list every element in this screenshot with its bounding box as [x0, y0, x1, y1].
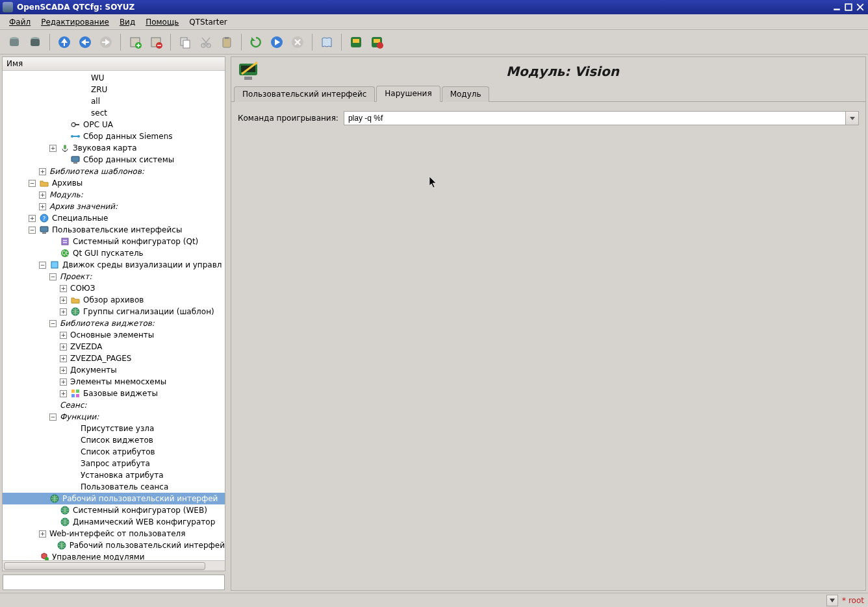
tree-item[interactable]: OPC UA: [3, 119, 225, 130]
cut-icon[interactable]: [196, 32, 216, 52]
nav-back-icon[interactable]: [75, 32, 95, 52]
tree-item[interactable]: +ZVEZDA_PAGES: [3, 353, 225, 364]
expand-icon[interactable]: +: [60, 308, 67, 316]
tree-item[interactable]: −Движок среды визуализации и управл: [3, 259, 225, 271]
tree-item[interactable]: +Обзор архивов: [3, 294, 225, 306]
collapse-icon[interactable]: −: [49, 273, 57, 280]
tree-item[interactable]: Список виджетов: [3, 434, 225, 446]
tree-item[interactable]: Присутствие узла: [3, 423, 225, 434]
tree-item[interactable]: +Группы сигнализации (шаблон): [3, 306, 225, 317]
tree-item[interactable]: Системный конфигуратор (WEB): [3, 504, 225, 516]
tree-item[interactable]: +ZVEZDA: [3, 341, 225, 353]
tree-item[interactable]: −Архивы: [3, 177, 225, 189]
status-dropdown[interactable]: [826, 595, 838, 606]
expand-icon[interactable]: +: [49, 145, 57, 152]
tree-item[interactable]: Пользователь сеанса: [3, 481, 225, 493]
tree-item[interactable]: −Проект:: [3, 271, 225, 282]
menu-edit[interactable]: Редактирование: [36, 16, 114, 29]
menu-help[interactable]: Помощь: [140, 16, 184, 29]
tree-item[interactable]: +СОЮЗ: [3, 282, 225, 294]
expand-icon[interactable]: +: [60, 332, 67, 339]
tree-item[interactable]: −Пользовательские интерфейсы: [3, 224, 225, 236]
expand-icon[interactable]: +: [39, 168, 46, 175]
expand-icon[interactable]: +: [29, 215, 36, 222]
tree-item[interactable]: +Документы: [3, 364, 225, 376]
tree-item[interactable]: +Web-интерфейс от пользователя: [3, 528, 225, 539]
tree-item[interactable]: +Элементы мнемосхемы: [3, 376, 225, 388]
nav-forward-icon[interactable]: [96, 32, 116, 52]
item-delete-icon[interactable]: [146, 32, 166, 52]
tree-view[interactable]: WUZRUallsectOPC UAСбор данных Siemens+Зв…: [3, 71, 225, 560]
copy-icon[interactable]: [175, 32, 195, 52]
tree-item[interactable]: +Базовые виджеты: [3, 388, 225, 399]
tree-item[interactable]: Рабочий пользовательский интерфей: [3, 493, 225, 504]
tree-item[interactable]: Динамический WEB конфигуратор: [3, 516, 225, 528]
tree-item[interactable]: Сбор данных Siemens: [3, 130, 225, 142]
tree-hscrollbar[interactable]: [3, 560, 225, 571]
collapse-icon[interactable]: −: [29, 180, 36, 187]
expand-icon[interactable]: +: [39, 203, 46, 210]
collapse-icon[interactable]: −: [29, 227, 36, 234]
paste-icon[interactable]: [217, 32, 236, 52]
tab-violations[interactable]: Нарушения: [376, 86, 440, 102]
play-command-input[interactable]: [344, 112, 845, 125]
expand-icon[interactable]: +: [39, 192, 46, 199]
close-button[interactable]: [855, 2, 865, 12]
menu-file[interactable]: Файл: [4, 16, 36, 29]
tree-item[interactable]: Список атрибутов: [3, 446, 225, 458]
collapse-icon[interactable]: −: [49, 414, 57, 421]
tree-item[interactable]: sect: [3, 107, 225, 119]
tree-header[interactable]: Имя: [3, 57, 225, 71]
play-command-dropdown[interactable]: [845, 112, 858, 125]
run-icon[interactable]: [267, 32, 287, 52]
expand-icon[interactable]: +: [60, 390, 67, 397]
db-load-icon[interactable]: [5, 32, 24, 52]
tree-item[interactable]: Установка атрибута: [3, 469, 225, 481]
maximize-button[interactable]: [843, 2, 854, 12]
tree-item[interactable]: Системный конфигуратор (Qt): [3, 236, 225, 247]
expand-icon[interactable]: +: [60, 355, 67, 362]
tree-filter-input[interactable]: [3, 575, 225, 590]
refresh-icon[interactable]: [246, 32, 266, 52]
expand-icon[interactable]: +: [60, 297, 67, 304]
tree-item[interactable]: ZRU: [3, 84, 225, 95]
tree-item[interactable]: Рабочий пользовательский интерфей: [3, 539, 225, 551]
tree-item[interactable]: −Библиотека виджетов:: [3, 317, 225, 329]
expand-icon[interactable]: +: [60, 285, 67, 292]
tree-item[interactable]: −Функции:: [3, 411, 225, 423]
expand-icon[interactable]: +: [39, 530, 46, 538]
tree-item[interactable]: QtQt GUI пускатель: [3, 247, 225, 259]
status-user[interactable]: root: [849, 596, 864, 605]
manual-icon[interactable]: [317, 32, 337, 52]
tree-item[interactable]: Запрос атрибута: [3, 458, 225, 469]
tree-item[interactable]: +Библиотека шаблонов:: [3, 166, 225, 177]
menu-view[interactable]: Вид: [114, 16, 140, 29]
collapse-icon[interactable]: −: [39, 262, 46, 269]
svg-rect-49: [76, 394, 79, 397]
play-command-combo[interactable]: [344, 111, 859, 125]
tree-item[interactable]: +Модуль:: [3, 189, 225, 201]
tree-item[interactable]: +Звуковая карта: [3, 142, 225, 154]
tree-item[interactable]: WU: [3, 72, 225, 84]
vision-dev-icon[interactable]: [346, 32, 366, 52]
tab-ui[interactable]: Пользовательский интерфейс: [234, 86, 375, 102]
tree-item[interactable]: Сбор данных системы: [3, 154, 225, 166]
tree-item[interactable]: +Архив значений:: [3, 201, 225, 212]
minimize-button[interactable]: [832, 2, 842, 12]
tree-item[interactable]: Управление модулями: [3, 551, 225, 560]
nav-up-icon[interactable]: [55, 32, 74, 52]
stop-icon[interactable]: [288, 32, 307, 52]
tree-item[interactable]: all: [3, 95, 225, 107]
collapse-icon[interactable]: −: [49, 320, 57, 327]
tree-item[interactable]: +?Специальные: [3, 212, 225, 224]
tree-item[interactable]: Сеанс:: [3, 399, 225, 411]
tree-item[interactable]: +Основные элементы: [3, 329, 225, 341]
expand-icon[interactable]: +: [60, 378, 67, 386]
tab-module[interactable]: Модуль: [442, 86, 490, 102]
item-add-icon[interactable]: [125, 32, 145, 52]
menu-qtstarter[interactable]: QTStarter: [184, 16, 232, 29]
vision-run-icon[interactable]: [367, 32, 387, 52]
expand-icon[interactable]: +: [60, 367, 67, 374]
db-save-icon[interactable]: [25, 32, 45, 52]
expand-icon[interactable]: +: [60, 343, 67, 351]
